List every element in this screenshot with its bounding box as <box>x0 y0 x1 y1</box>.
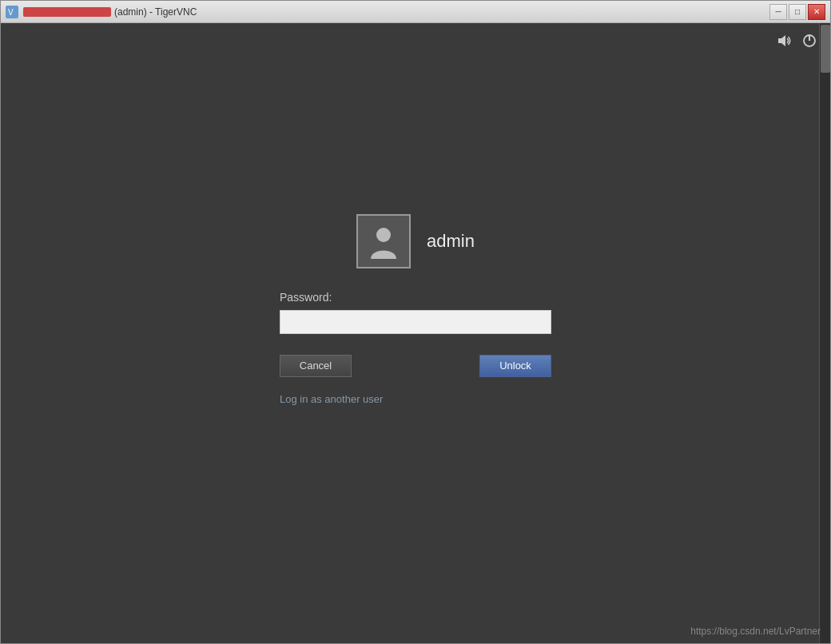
maximize-button[interactable]: □ <box>789 4 806 20</box>
cancel-button[interactable]: Cancel <box>280 355 352 377</box>
user-section: admin <box>356 214 475 268</box>
unlock-button[interactable]: Unlock <box>479 355 551 377</box>
scrollbar-thumb <box>821 25 830 73</box>
volume-icon[interactable] <box>776 33 792 53</box>
titlebar-redacted <box>23 7 111 17</box>
app-icon: V <box>6 6 18 18</box>
close-button[interactable]: ✕ <box>808 4 825 20</box>
watermark: https://blog.csdn.net/LvPartner <box>690 626 821 637</box>
avatar <box>356 214 411 268</box>
vnc-topbar <box>776 33 817 53</box>
svg-point-5 <box>376 228 391 242</box>
buttons-row: Cancel Unlock <box>280 355 551 377</box>
svg-marker-2 <box>778 35 785 46</box>
password-form: Password: Cancel Unlock <box>280 291 551 377</box>
titlebar-buttons: ─ □ ✕ <box>769 4 825 20</box>
username-label: admin <box>427 231 475 252</box>
minimize-button[interactable]: ─ <box>769 4 787 20</box>
titlebar: V (admin) - TigerVNC ─ □ ✕ <box>1 1 830 23</box>
window: V (admin) - TigerVNC ─ □ ✕ <box>0 0 831 644</box>
login-as-another-link[interactable]: Log in as another user <box>280 393 551 405</box>
scrollbar[interactable] <box>819 23 830 643</box>
svg-text:V: V <box>8 8 14 17</box>
lock-screen: admin Password: Cancel Unlock Log in as … <box>1 23 830 643</box>
vnc-content: admin Password: Cancel Unlock Log in as … <box>1 23 830 643</box>
titlebar-title: (admin) - TigerVNC <box>114 6 769 18</box>
password-label: Password: <box>280 291 551 304</box>
power-icon[interactable] <box>801 33 817 53</box>
password-input[interactable] <box>280 310 551 334</box>
